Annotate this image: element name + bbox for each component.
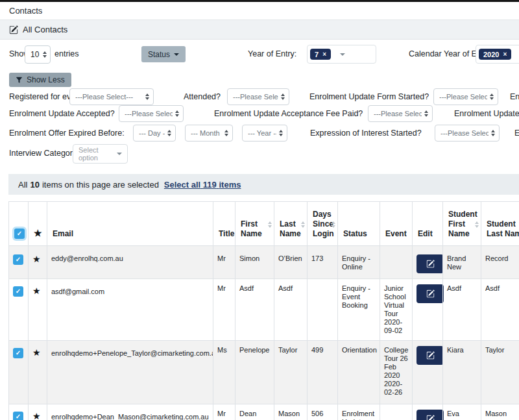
filter-label-truncated: Enrolme — [510, 92, 519, 101]
filter-label-enrolment-offer-expired-before: Enrolment Offer Expired Before: — [9, 129, 125, 138]
show-less-row: Show Less — [0, 73, 519, 88]
filter-label-attended: Attended? — [184, 92, 221, 101]
stepper-icon — [224, 130, 228, 136]
days-since-login-cell: 506 — [308, 404, 338, 420]
status-dropdown-button[interactable]: Status — [141, 46, 186, 62]
star-icon[interactable]: ★ — [32, 347, 41, 358]
sort-icon[interactable] — [268, 221, 272, 228]
filter-funnel-icon — [16, 77, 23, 84]
student-last-name-cell: Record — [481, 246, 519, 279]
header-select-all: ✓ — [9, 202, 29, 246]
pencil-square-icon — [426, 260, 435, 268]
table-row: ✓ ★ eddy@enrolhq.com.au Mr Simon O’Brien… — [9, 246, 519, 279]
show-less-label: Show Less — [27, 75, 65, 84]
expiry-month-select[interactable]: --- Month --- — [185, 125, 233, 142]
stepper-icon — [175, 110, 179, 117]
student-first-name-cell: Eva — [443, 404, 481, 420]
enrolment-update-accepted-select[interactable]: ---Please Select--- — [119, 105, 184, 122]
header-student-last-name[interactable]: Student Last Name — [481, 202, 519, 246]
status-cell: Orientation — [338, 340, 380, 404]
tag-value: 7 — [315, 51, 319, 58]
year-of-entry-multiselect[interactable]: 7 × — [307, 45, 376, 64]
title-cell: Ms — [213, 340, 235, 404]
enrolment-update-form-started-select[interactable]: ---Please Select--- — [433, 88, 498, 105]
table-row: ✓ ★ enrolhqdemo+Penelope_Taylor@cimarket… — [9, 340, 519, 404]
last-name-cell: O’Brien — [274, 246, 308, 279]
star-icon[interactable]: ★ — [32, 411, 41, 420]
interview-categories-select[interactable]: Select option — [73, 144, 128, 164]
calendar-year-multiselect[interactable]: 2020 × — [476, 45, 519, 64]
days-since-login-cell: 499 — [308, 340, 338, 404]
table-header-row: ✓ ★ Email Title First Name Last Name Day… — [9, 202, 519, 246]
row-checkbox[interactable]: ✓ — [13, 254, 23, 265]
edit-button[interactable] — [416, 410, 444, 420]
star-icon[interactable]: ★ — [32, 254, 41, 264]
select-value: ---Please Select--- — [441, 129, 489, 137]
select-all-link[interactable]: Select all 119 items — [164, 180, 241, 190]
header-label: First Name — [241, 219, 262, 238]
status-cell: Enrolment Update — [338, 404, 380, 420]
first-name-cell: Penelope — [235, 340, 274, 404]
header-star: ★ — [29, 202, 47, 246]
selection-banner: All 10 items on this page are selected S… — [8, 174, 519, 195]
header-first-name[interactable]: First Name — [235, 202, 274, 246]
filter-label-expression-of-interest-paid: Expression of Interest Paid? — [514, 129, 519, 138]
first-name-cell: Dean — [235, 404, 274, 420]
attended-select[interactable]: ---Please Select--- — [227, 88, 289, 105]
advanced-filters: Registered for event: ---Please Select--… — [0, 88, 519, 174]
table-controls: Show 10 entries Status Year of Entry: 7 … — [0, 40, 519, 73]
row-checkbox[interactable]: ✓ — [13, 412, 23, 420]
tag-value: 2020 — [483, 51, 499, 58]
header-last-name[interactable]: Last Name — [274, 202, 308, 246]
header-label: Student Last Name — [487, 219, 519, 238]
tag-remove-icon[interactable]: × — [322, 51, 326, 58]
expiry-year-select[interactable]: --- Year --- — [242, 125, 287, 142]
edit-button[interactable] — [416, 346, 444, 365]
event-cell — [380, 246, 413, 279]
calendar-year-tag: 2020 × — [479, 49, 511, 60]
header-student-first-name[interactable]: Student First Name — [443, 202, 481, 246]
contacts-table-wrap: ✓ ★ Email Title First Name Last Name Day… — [8, 201, 519, 420]
row-checkbox[interactable]: ✓ — [13, 348, 23, 358]
edit-button[interactable] — [416, 254, 444, 273]
registered-for-event-select[interactable]: ---Please Select--- — [69, 88, 154, 105]
select-all-checkbox[interactable]: ✓ — [14, 229, 25, 239]
star-icon[interactable]: ★ — [32, 286, 41, 296]
student-last-name-cell: Asdf — [481, 279, 519, 341]
header-title: Title — [213, 202, 235, 246]
pencil-square-icon — [426, 351, 435, 360]
stepper-icon — [145, 93, 149, 100]
sort-icon[interactable] — [301, 221, 305, 228]
stepper-icon — [167, 130, 171, 136]
row-checkbox[interactable]: ✓ — [13, 286, 23, 297]
filter-label-enrolment-update-completed: Enrolment Update Completed? — [454, 109, 519, 118]
tag-remove-icon[interactable]: × — [503, 51, 507, 58]
pencil-square-icon — [426, 290, 435, 298]
first-name-cell: Simon — [235, 246, 274, 279]
sort-icon[interactable] — [475, 221, 479, 228]
expiry-day-select[interactable]: --- Day --- — [133, 125, 176, 142]
select-value: ---Please Select--- — [125, 110, 173, 117]
edit-button[interactable] — [416, 284, 444, 303]
email-cell: enrolhqdemo+Penelope_Taylor@cimarketing.… — [47, 340, 213, 404]
stepper-icon — [281, 93, 285, 100]
filter-label-enrolment-update-acceptance-fee-paid: Enrolment Update Acceptance Fee Paid? — [214, 109, 363, 118]
sort-icon[interactable] — [332, 221, 335, 228]
show-less-button[interactable]: Show Less — [9, 73, 71, 87]
header-edit: Edit — [413, 202, 443, 246]
all-contacts-label: All Contacts — [23, 25, 67, 34]
select-value: --- Month --- — [191, 129, 222, 137]
chevron-down-icon — [340, 53, 345, 56]
expression-of-interest-started-select[interactable]: ---Please Select--- — [435, 125, 500, 142]
header-label: Student First Name — [448, 210, 477, 238]
enrolment-update-acceptance-fee-paid-select[interactable]: ---Please Select--- — [368, 105, 433, 122]
table-row: ✓ ★ asdf@gmail.com Mr Asdf Asdf Enquiry … — [9, 279, 519, 341]
link-text: Select all — [164, 180, 200, 190]
all-contacts-bar: All Contacts — [0, 20, 519, 40]
stepper-icon — [43, 51, 47, 58]
stepper-icon — [279, 130, 283, 136]
header-days-since-login[interactable]: Days Since Login — [308, 202, 338, 246]
pencil-square-icon — [426, 415, 435, 420]
email-cell: asdf@gmail.com — [47, 279, 213, 341]
entries-select[interactable]: 10 — [25, 45, 51, 64]
